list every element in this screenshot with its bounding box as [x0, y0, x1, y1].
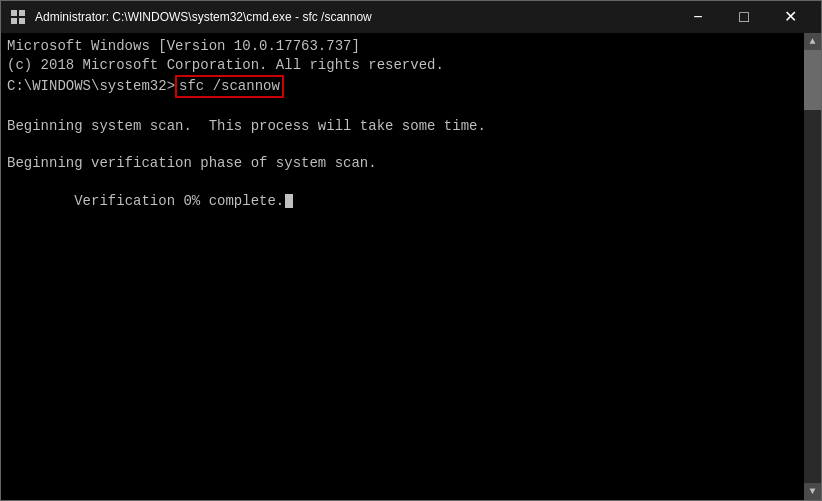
- cursor-blink: [285, 194, 293, 208]
- console-line-1: Microsoft Windows [Version 10.0.17763.73…: [7, 37, 798, 56]
- console-line-2: (c) 2018 Microsoft Corporation. All righ…: [7, 56, 798, 75]
- prompt-text: C:\WINDOWS\system32>: [7, 77, 175, 96]
- close-button[interactable]: ✕: [767, 1, 813, 33]
- window-controls: − □ ✕: [675, 1, 813, 33]
- scrollbar-track[interactable]: [804, 50, 821, 483]
- minimize-button[interactable]: −: [675, 1, 721, 33]
- svg-rect-3: [19, 18, 25, 24]
- console-line-8: Verification 0% complete.: [7, 173, 798, 230]
- console-content[interactable]: Microsoft Windows [Version 10.0.17763.73…: [1, 33, 804, 500]
- window-icon: [9, 8, 27, 26]
- scrollbar[interactable]: ▲ ▼: [804, 33, 821, 500]
- svg-rect-1: [19, 10, 25, 16]
- title-bar-text: Administrator: C:\WINDOWS\system32\cmd.e…: [35, 10, 675, 24]
- verification-text: Verification 0% complete.: [74, 193, 284, 209]
- svg-rect-0: [11, 10, 17, 16]
- maximize-button[interactable]: □: [721, 1, 767, 33]
- command-text: sfc /scannow: [175, 75, 284, 98]
- svg-rect-2: [11, 18, 17, 24]
- console-line-4: [7, 98, 798, 117]
- console-line-7: Beginning verification phase of system s…: [7, 154, 798, 173]
- scrollbar-down-button[interactable]: ▼: [804, 483, 821, 500]
- title-bar: Administrator: C:\WINDOWS\system32\cmd.e…: [1, 1, 821, 33]
- console-area: Microsoft Windows [Version 10.0.17763.73…: [1, 33, 821, 500]
- console-line-5: Beginning system scan. This process will…: [7, 117, 798, 136]
- cmd-window: Administrator: C:\WINDOWS\system32\cmd.e…: [0, 0, 822, 501]
- console-line-6: [7, 135, 798, 154]
- scrollbar-thumb[interactable]: [804, 50, 821, 110]
- console-line-3: C:\WINDOWS\system32>sfc /scannow: [7, 75, 798, 98]
- scrollbar-up-button[interactable]: ▲: [804, 33, 821, 50]
